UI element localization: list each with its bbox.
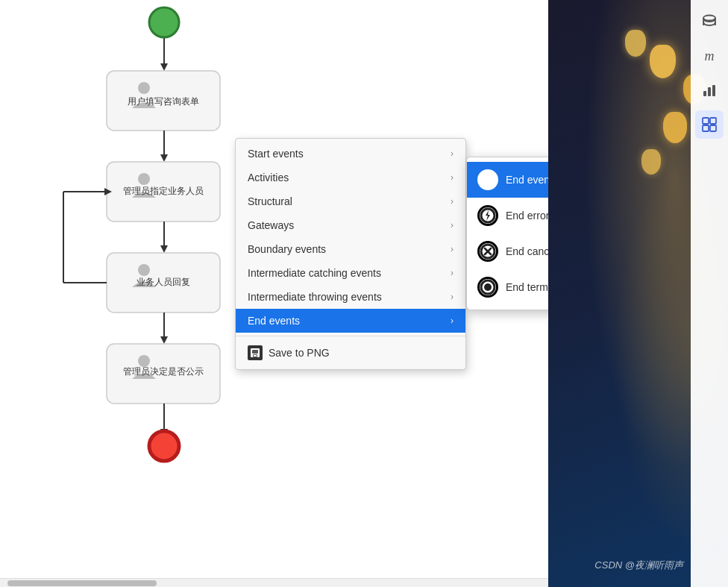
- svg-text:管理员决定是否公示: 管理员决定是否公示: [123, 366, 204, 377]
- scrollbar-area[interactable]: [0, 578, 548, 587]
- chevron-icon: ›: [451, 316, 454, 326]
- connect-icon-btn[interactable]: [695, 110, 724, 139]
- end-events-submenu: End event End error event: [466, 157, 548, 310]
- scrollbar-thumb[interactable]: [7, 580, 157, 586]
- context-menu: Start events › Activities › Structural ›…: [235, 138, 466, 370]
- menu-item-boundary-events[interactable]: Boundary events ›: [236, 237, 465, 261]
- svg-marker-22: [160, 429, 168, 436]
- svg-rect-48: [710, 125, 716, 131]
- chevron-icon: ›: [451, 148, 454, 159]
- svg-rect-45: [703, 118, 709, 124]
- end-cancel-icon: [477, 241, 498, 262]
- menu-item-start-events[interactable]: Start events ›: [236, 142, 465, 166]
- save-to-png-item[interactable]: Save to PNG: [236, 339, 465, 366]
- svg-marker-17: [160, 336, 168, 344]
- svg-rect-42: [703, 91, 706, 96]
- save-png-icon: [248, 345, 263, 360]
- svg-point-0: [149, 7, 179, 37]
- svg-rect-47: [703, 125, 709, 131]
- svg-point-19: [138, 355, 150, 367]
- svg-rect-29: [252, 350, 258, 354]
- menu-item-activities[interactable]: Activities ›: [236, 166, 465, 189]
- svg-rect-18: [107, 344, 220, 404]
- svg-point-9: [138, 173, 150, 185]
- menu-divider: [236, 336, 465, 336]
- database-icon-btn[interactable]: [695, 7, 724, 36]
- submenu-item-end-cancel-event[interactable]: End cancel event: [467, 233, 548, 269]
- svg-rect-44: [712, 85, 715, 96]
- math-symbol: m: [705, 48, 715, 64]
- svg-point-4: [138, 82, 150, 94]
- svg-point-14: [138, 264, 150, 276]
- end-error-icon: [477, 205, 498, 226]
- svg-point-38: [484, 283, 492, 291]
- menu-item-intermediate-throwing[interactable]: Intermediate throwing events ›: [236, 285, 465, 309]
- svg-point-32: [483, 175, 493, 185]
- menu-item-end-events[interactable]: End events ›: [236, 309, 465, 333]
- menu-item-gateways[interactable]: Gateways ›: [236, 213, 465, 237]
- canvas-area: 用户填写咨询表单 管理员指定业务人员 业务人员回复 管理员决定是否公示: [0, 0, 548, 587]
- submenu-item-end-error-event[interactable]: End error event: [467, 198, 548, 233]
- svg-rect-31: [254, 355, 257, 357]
- svg-rect-3: [107, 71, 220, 131]
- lantern-5: [641, 149, 661, 175]
- svg-text:用户填写咨询表单: 用户填写咨询表单: [128, 96, 199, 107]
- svg-marker-7: [160, 154, 168, 162]
- svg-point-23: [149, 431, 179, 461]
- chevron-icon: ›: [451, 268, 454, 278]
- end-event-icon: [477, 169, 498, 190]
- svg-rect-43: [708, 87, 711, 96]
- chevron-icon: ›: [451, 196, 454, 207]
- submenu-item-end-terminate-event[interactable]: End terminate event: [467, 269, 548, 305]
- svg-rect-46: [710, 118, 716, 124]
- watermark: CSDN @夜澜听雨声: [594, 559, 683, 572]
- svg-marker-27: [104, 188, 112, 195]
- lantern-1: [650, 45, 676, 78]
- chevron-icon: ›: [451, 244, 454, 254]
- svg-marker-12: [160, 245, 168, 253]
- right-panel: m CSDN @夜澜听雨声: [548, 0, 728, 587]
- chevron-icon: ›: [451, 292, 454, 302]
- svg-rect-8: [107, 162, 220, 222]
- menu-item-structural[interactable]: Structural ›: [236, 189, 465, 213]
- end-terminate-icon: [477, 277, 498, 298]
- sidebar-icons-panel: m: [691, 0, 728, 587]
- chevron-icon: ›: [451, 172, 454, 183]
- svg-point-39: [703, 16, 715, 21]
- svg-rect-13: [107, 253, 220, 313]
- lantern-3: [625, 30, 646, 57]
- svg-text:管理员指定业务人员: 管理员指定业务人员: [123, 186, 204, 196]
- math-icon-btn[interactable]: m: [695, 42, 724, 70]
- chart-icon-btn[interactable]: [695, 76, 724, 104]
- chevron-icon: ›: [451, 220, 454, 230]
- menu-item-intermediate-catching[interactable]: Intermediate catching events ›: [236, 261, 465, 285]
- svg-marker-2: [160, 63, 168, 71]
- submenu-item-end-event[interactable]: End event: [467, 162, 548, 198]
- lantern-4: [663, 112, 687, 143]
- svg-text:业务人员回复: 业务人员回复: [136, 277, 190, 287]
